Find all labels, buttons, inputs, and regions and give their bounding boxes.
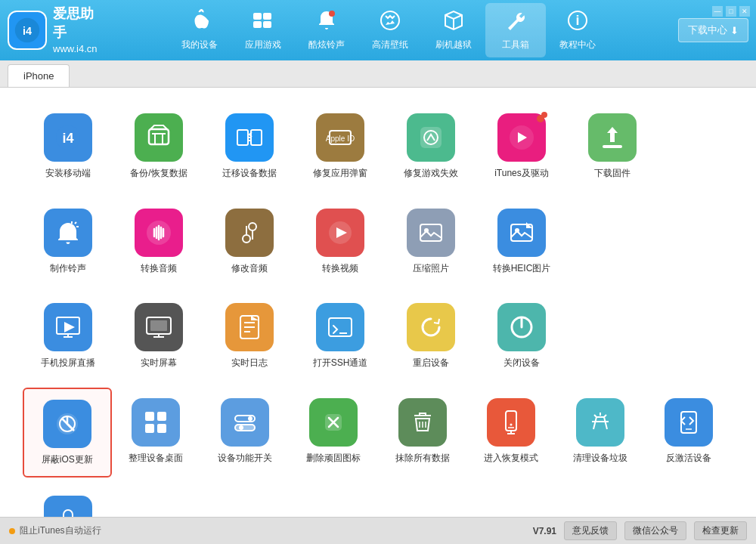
tool-row-1: i4 安装移动端 备份/恢复数据 迁移设备数据 App <box>23 103 733 190</box>
screen-cast-icon <box>44 303 92 351</box>
svg-rect-26 <box>420 224 442 241</box>
box-icon <box>442 9 465 37</box>
close-icon[interactable]: ✕ <box>739 6 750 17</box>
tool-ssh-channel[interactable]: 打开SSH通道 <box>295 292 386 380</box>
device-toggles-icon <box>221 398 269 447</box>
access-limit-icon <box>44 496 92 517</box>
tool-compress-photo[interactable]: 压缩照片 <box>386 198 476 286</box>
nav-tutorials[interactable]: i 教程中心 <box>546 3 609 57</box>
compress-photo-icon <box>407 209 455 257</box>
tab-iphone[interactable]: iPhone <box>8 64 70 87</box>
main-content: i4 安装移动端 备份/恢复数据 迁移设备数据 App <box>0 88 756 517</box>
make-ringtone-icon <box>44 209 92 257</box>
tool-screen-cast[interactable]: 手机投屏直播 <box>23 292 113 380</box>
tool-itunes-driver[interactable]: iTunes及驱动 <box>476 103 567 190</box>
svg-rect-19 <box>603 145 622 148</box>
wechat-button[interactable]: 微信公众号 <box>624 521 686 540</box>
svg-point-6 <box>329 11 335 17</box>
footer-version: V7.91 <box>533 526 556 536</box>
tool-delete-stubborn[interactable]: 删除顽固图标 <box>290 388 378 478</box>
tool-shutdown-device[interactable]: 关闭设备 <box>476 292 567 380</box>
svg-rect-47 <box>145 412 154 421</box>
svg-text:Apple ID: Apple ID <box>326 134 355 143</box>
svg-rect-4 <box>253 21 262 28</box>
header-right: 下载中心 ⬇ <box>678 18 748 42</box>
check-update-button[interactable]: 检查更新 <box>694 521 747 540</box>
organize-desktop-icon <box>132 398 180 447</box>
convert-audio-icon <box>135 209 183 257</box>
tool-backup-restore[interactable]: 备份/恢复数据 <box>113 103 204 190</box>
tool-clean-junk[interactable]: 清理设备垃圾 <box>556 388 644 478</box>
svg-rect-36 <box>150 320 167 331</box>
nav-toolbox[interactable]: 工具箱 <box>485 3 546 57</box>
wrench-icon <box>504 9 527 37</box>
nav-wallpaper[interactable]: 高清壁纸 <box>358 3 422 57</box>
tool-wipe-all-data[interactable]: 抹除所有数据 <box>378 388 466 478</box>
nav-my-device[interactable]: 我的设备 <box>168 3 231 57</box>
info-icon: i <box>566 9 589 37</box>
download-arrow-icon: ⬇ <box>730 25 739 36</box>
tool-download-fw[interactable]: 下载固件 <box>567 103 658 190</box>
svg-rect-48 <box>157 412 166 421</box>
download-center-button[interactable]: 下载中心 ⬇ <box>678 18 748 42</box>
tool-row-3: 手机投屏直播 实时屏幕 实时日志 打开SSH通道 <box>23 292 733 380</box>
maximize-icon[interactable]: □ <box>726 6 736 17</box>
convert-heic-icon <box>497 209 546 257</box>
tool-fix-popup[interactable]: Apple ID 修复应用弹窗 <box>295 103 386 190</box>
block-ios-update-icon <box>43 400 91 448</box>
tool-edit-audio[interactable]: 修改音频 <box>204 198 295 286</box>
svg-rect-13 <box>237 130 248 145</box>
tool-organize-desktop[interactable]: 整理设备桌面 <box>112 388 200 478</box>
tool-convert-video[interactable]: 转换视频 <box>295 198 386 286</box>
tool-migrate-data[interactable]: 迁移设备数据 <box>204 103 295 190</box>
nav-app-games[interactable]: 应用游戏 <box>231 3 295 57</box>
tool-access-limit[interactable]: 访问限制 <box>23 485 113 517</box>
clean-junk-icon <box>576 398 624 447</box>
svg-point-52 <box>248 416 253 421</box>
status-dot <box>9 528 15 534</box>
tool-real-log[interactable]: 实时日志 <box>204 292 295 380</box>
tool-deactivate[interactable]: 反激活设备 <box>645 388 733 478</box>
footer-status-text: 阻止iTunes自动运行 <box>20 524 101 537</box>
svg-rect-50 <box>157 424 166 433</box>
recovery-mode-icon <box>487 398 535 447</box>
svg-point-58 <box>510 423 513 425</box>
tool-convert-heic[interactable]: 转换HEIC图片 <box>476 198 567 286</box>
itunes-driver-icon <box>497 113 546 162</box>
tool-install-app[interactable]: i4 安装移动端 <box>23 103 113 190</box>
nav-ringtones[interactable]: 酷炫铃声 <box>295 3 358 57</box>
window-controls: — □ ✕ <box>712 6 750 17</box>
svg-rect-3 <box>263 13 271 20</box>
tool-row-2: 制作铃声 转换音频 修改音频 转换视频 <box>23 198 733 286</box>
nav-items: 我的设备 应用游戏 酷炫铃声 高清壁纸 <box>106 3 671 57</box>
logo-svg: i4 <box>14 17 41 44</box>
tool-recovery-mode[interactable]: 进入恢复模式 <box>467 388 556 478</box>
notification-dot <box>537 115 544 122</box>
wallpaper-icon <box>379 9 401 37</box>
header: — □ ✕ i4 爱思助手 www.i4.cn 我的设备 <box>0 0 756 60</box>
tab-bar: iPhone <box>0 60 756 88</box>
tool-real-screen[interactable]: 实时屏幕 <box>113 292 204 380</box>
svg-rect-2 <box>253 13 262 20</box>
tool-block-ios-update[interactable]: 屏蔽iOS更新 <box>23 388 112 478</box>
real-screen-icon <box>135 303 183 351</box>
tool-device-toggles[interactable]: 设备功能开关 <box>200 388 289 478</box>
wipe-all-data-icon <box>398 398 447 447</box>
tool-make-ringtone[interactable]: 制作铃声 <box>23 198 113 286</box>
svg-point-21 <box>249 223 256 230</box>
minimize-icon[interactable]: — <box>712 6 723 17</box>
fix-popup-icon: Apple ID <box>316 113 364 162</box>
fix-game-icon <box>407 113 455 162</box>
tool-reboot-device[interactable]: 重启设备 <box>386 292 476 380</box>
svg-text:i4: i4 <box>23 25 32 37</box>
feedback-button[interactable]: 意见反馈 <box>564 521 617 540</box>
tool-row-5: 访问限制 <box>23 485 733 517</box>
logo-text: 爱思助手 www.i4.cn <box>53 5 106 57</box>
tool-fix-game[interactable]: 修复游戏失效 <box>386 103 476 190</box>
delete-stubborn-icon <box>309 398 358 447</box>
tool-convert-audio[interactable]: 转换音频 <box>113 198 204 286</box>
svg-rect-53 <box>235 425 255 431</box>
svg-rect-5 <box>263 21 271 28</box>
nav-jailbreak[interactable]: 刷机越狱 <box>422 3 485 57</box>
tool-row-4: 屏蔽iOS更新 整理设备桌面 设备功能开关 删除顽固 <box>23 388 733 478</box>
